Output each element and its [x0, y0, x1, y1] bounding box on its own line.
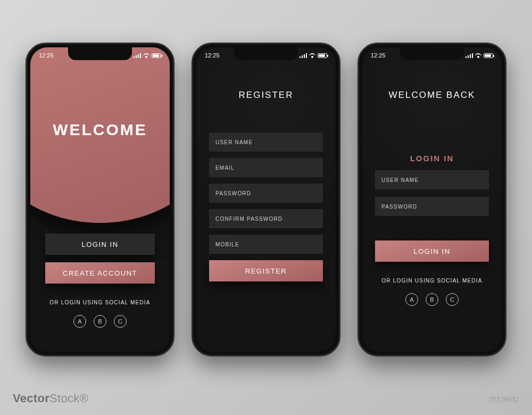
- screen-login: 12:25 WELCOME BACK LOGIN IN LOGIN IN OR …: [362, 47, 502, 352]
- status-icons: [300, 53, 327, 58]
- status-time: 12:25: [205, 52, 220, 59]
- wifi-icon: [143, 53, 149, 58]
- status-icons: [134, 53, 161, 58]
- status-time: 12:25: [39, 52, 54, 59]
- status-icons: [466, 53, 493, 58]
- welcome-actions: LOGIN IN CREATE ACCOUNT OR LOGIN USING S…: [30, 234, 170, 328]
- username-field[interactable]: [375, 170, 489, 189]
- watermark-brand-a: Vector: [13, 392, 49, 405]
- welcome-back-title: WELCOME BACK: [362, 90, 502, 101]
- watermark-brand-b: Stock: [49, 392, 80, 405]
- welcome-hero: WELCOME: [30, 47, 170, 223]
- social-a-button[interactable]: A: [73, 315, 86, 328]
- login-form: LOGIN IN LOGIN IN OR LOGIN USING SOCIAL …: [362, 154, 502, 306]
- notch: [68, 47, 132, 60]
- signal-icon: [300, 53, 307, 58]
- social-buttons: A B C: [73, 315, 127, 328]
- watermark: VectorStock®: [13, 392, 88, 405]
- password-field[interactable]: [209, 184, 323, 203]
- screen-register: 12:25 REGISTER REGISTER: [196, 47, 336, 352]
- confirm-password-field[interactable]: [209, 209, 323, 228]
- wifi-icon: [309, 53, 315, 58]
- welcome-title: WELCOME: [53, 121, 147, 139]
- signal-icon: [466, 53, 473, 58]
- battery-icon: [318, 53, 327, 58]
- create-account-button[interactable]: CREATE ACCOUNT: [45, 262, 155, 284]
- notch: [400, 47, 464, 60]
- social-buttons: A B C: [375, 293, 489, 306]
- register-button[interactable]: REGISTER: [209, 260, 323, 281]
- register-form: REGISTER: [196, 132, 336, 281]
- username-field[interactable]: [209, 132, 323, 152]
- social-login-label: OR LOGIN USING SOCIAL MEDIA: [375, 278, 489, 284]
- image-id: 25328832: [489, 396, 519, 403]
- social-b-button[interactable]: B: [426, 293, 438, 306]
- mobile-field[interactable]: [209, 235, 323, 254]
- notch: [234, 47, 298, 60]
- spacer: [375, 223, 489, 233]
- login-button[interactable]: LOGIN IN: [45, 234, 155, 255]
- password-field[interactable]: [375, 197, 489, 216]
- mockup-stage: 12:25 WELCOME LOGIN IN CREATE ACCOUNT OR…: [0, 0, 532, 415]
- status-time: 12:25: [371, 52, 386, 59]
- register-title: REGISTER: [196, 90, 336, 101]
- login-subtitle: LOGIN IN: [375, 154, 489, 163]
- login-submit-button[interactable]: LOGIN IN: [375, 240, 489, 262]
- screen-welcome: 12:25 WELCOME LOGIN IN CREATE ACCOUNT OR…: [30, 47, 170, 352]
- phone-welcome: 12:25 WELCOME LOGIN IN CREATE ACCOUNT OR…: [26, 43, 174, 356]
- social-b-button[interactable]: B: [94, 315, 106, 328]
- battery-icon: [484, 53, 493, 58]
- phone-register: 12:25 REGISTER REGISTER: [192, 43, 340, 356]
- signal-icon: [134, 53, 141, 58]
- social-c-button[interactable]: C: [446, 293, 459, 306]
- wifi-icon: [475, 53, 481, 58]
- social-c-button[interactable]: C: [114, 315, 127, 328]
- email-field[interactable]: [209, 158, 323, 177]
- social-login-label: OR LOGIN USING SOCIAL MEDIA: [49, 300, 150, 305]
- phone-login: 12:25 WELCOME BACK LOGIN IN LOGIN IN OR …: [358, 43, 506, 356]
- battery-icon: [152, 53, 161, 58]
- social-a-button[interactable]: A: [405, 293, 418, 306]
